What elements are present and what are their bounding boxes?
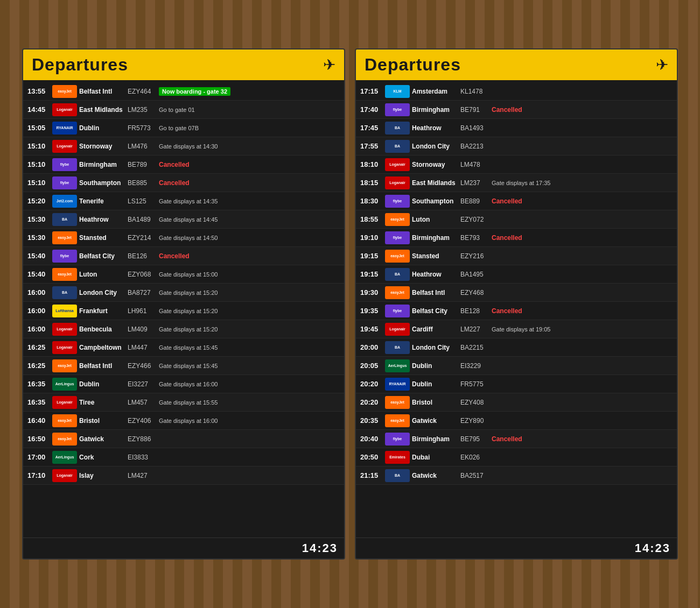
airline-badge: easyJet: [385, 213, 410, 226]
flight-number: EZY886: [128, 435, 159, 443]
status-badge: Cancelled: [492, 106, 522, 114]
table-row: 19:10 flybe Birmingham BE793 Cancelled: [356, 229, 677, 247]
flight-time: 17:00: [27, 453, 50, 461]
flight-time: 16:50: [27, 435, 50, 443]
flight-number: EZY466: [128, 362, 159, 370]
flight-number: BE126: [128, 252, 159, 260]
airline-badge: easyJet: [52, 433, 77, 446]
flight-destination: London City: [412, 344, 460, 351]
plane-icon: ✈: [323, 56, 335, 74]
flight-number: EZY464: [128, 88, 159, 95]
flight-status: Gate displays at 15:00: [159, 271, 340, 278]
flight-status: Gate displays at 19:05: [492, 326, 673, 333]
status-badge: Gate displays at 15:45: [159, 363, 218, 369]
table-row: 15:10 flybe Southampton BE885 Cancelled: [23, 174, 344, 192]
flight-time: 16:40: [27, 416, 50, 425]
airline-badge: Lufthansa: [52, 305, 77, 317]
status-badge: Gate displays at 15:20: [159, 289, 218, 296]
flight-destination: Stornoway: [79, 143, 128, 150]
table-row: 20:00 BA London City BA2215: [356, 338, 677, 357]
table-row: 20:50 Emirates Dubai EK026: [356, 448, 677, 466]
airline-badge: BA: [385, 122, 410, 135]
table-row: 13:55 easyJet Belfast Intl EZY464 Now bo…: [23, 82, 344, 101]
status-badge: Now boarding - gate 32: [159, 87, 230, 96]
flight-destination: Gatwick: [412, 472, 460, 479]
status-badge: Gate displays at 17:35: [492, 180, 550, 186]
flight-number: LM447: [128, 344, 159, 351]
airline-badge: KLM: [385, 85, 410, 98]
flight-time: 19:15: [360, 270, 383, 278]
flight-time: 17:40: [360, 105, 383, 114]
status-badge: Gate displays at 14:35: [159, 198, 218, 204]
flight-status: Gate displays at 15:45: [159, 363, 340, 369]
status-badge: Cancelled: [492, 234, 522, 242]
flight-destination: Heathrow: [79, 216, 128, 223]
departures-board-left: Departures ✈ 13:55 easyJet Belfast Intl …: [22, 48, 345, 560]
table-row: 16:00 Loganair Benbecula LM409 Gate disp…: [23, 320, 344, 338]
flight-status: Now boarding - gate 32: [159, 88, 340, 95]
table-row: 16:35 AerLingus Dublin EI3227 Gate displ…: [23, 375, 344, 393]
status-badge: Gate displays at 16:00: [159, 381, 218, 387]
table-row: 16:25 Loganair Campbeltown LM447 Gate di…: [23, 338, 344, 357]
flight-time: 21:15: [360, 471, 383, 479]
flight-number: BA1495: [460, 271, 492, 278]
airline-badge: BA: [385, 140, 410, 153]
flight-time: 19:35: [360, 307, 383, 315]
flight-destination: East Midlands: [79, 106, 128, 114]
table-row: 19:30 easyJet Belfast Intl EZY468: [356, 284, 677, 302]
flight-destination: Bristol: [412, 399, 460, 406]
flight-number: LM457: [128, 399, 159, 406]
airline-badge: flybe: [52, 250, 77, 263]
flight-destination: Stornoway: [412, 161, 460, 168]
flight-time: 16:00: [27, 307, 50, 315]
flight-number: LM227: [460, 326, 492, 333]
flight-time: 20:00: [360, 343, 383, 351]
flight-number: FR5773: [128, 124, 159, 132]
status-badge: Gate displays at 15:45: [159, 344, 218, 351]
flight-number: EK026: [460, 454, 492, 461]
flight-status: Cancelled: [159, 161, 340, 168]
table-row: 20:20 easyJet Bristol EZY408: [356, 393, 677, 412]
status-badge: Cancelled: [492, 435, 522, 443]
flight-number: LM478: [460, 161, 492, 168]
flight-destination: Belfast Intl: [79, 362, 128, 370]
flight-status: Cancelled: [492, 234, 673, 242]
flight-number: BE793: [460, 234, 492, 242]
flight-time: 18:15: [360, 179, 383, 187]
flight-time: 20:35: [360, 416, 383, 425]
board-title: Departures: [365, 55, 461, 75]
flight-time: 20:05: [360, 362, 383, 370]
status-badge: Go to gate 01: [159, 107, 195, 113]
table-row: 17:40 flybe Birmingham BE791 Cancelled: [356, 101, 677, 119]
flight-destination: Tiree: [79, 399, 128, 406]
flight-status: Go to gate 01: [159, 107, 340, 113]
flight-destination: Belfast City: [412, 307, 460, 315]
airline-badge: AerLingus: [52, 451, 77, 464]
flight-time: 16:25: [27, 362, 50, 370]
flight-number: BE885: [128, 179, 159, 187]
table-row: 15:40 easyJet Luton EZY068 Gate displays…: [23, 265, 344, 284]
airline-badge: Loganair: [52, 341, 77, 354]
flight-time: 15:10: [27, 142, 50, 150]
flight-destination: Stansted: [79, 234, 128, 242]
flight-destination: Benbecula: [79, 326, 128, 333]
flight-destination: Dublin: [79, 380, 128, 388]
airline-badge: Emirates: [385, 451, 410, 464]
flight-status: Gate displays at 16:00: [159, 418, 340, 424]
flight-time: 17:45: [360, 124, 383, 132]
flight-destination: East Midlands: [412, 179, 460, 187]
table-row: 17:10 Loganair Islay LM427: [23, 466, 344, 485]
table-row: 16:40 easyJet Bristol EZY406 Gate displa…: [23, 412, 344, 430]
airline-badge: BA: [385, 469, 410, 482]
flight-number: EZY214: [128, 234, 159, 242]
flight-destination: Southampton: [79, 179, 128, 187]
flight-number: BE789: [128, 161, 159, 168]
flight-number: LM237: [460, 179, 492, 187]
flight-destination: Bristol: [79, 417, 128, 425]
flight-number: LS125: [128, 197, 159, 205]
table-row: 20:35 easyJet Gatwick EZY890: [356, 412, 677, 430]
flight-status: Gate displays at 17:35: [492, 180, 673, 186]
table-row: 15:10 Loganair Stornoway LM476 Gate disp…: [23, 137, 344, 155]
status-badge: Gate displays at 15:00: [159, 271, 218, 278]
flight-status: Gate displays at 16:00: [159, 381, 340, 387]
